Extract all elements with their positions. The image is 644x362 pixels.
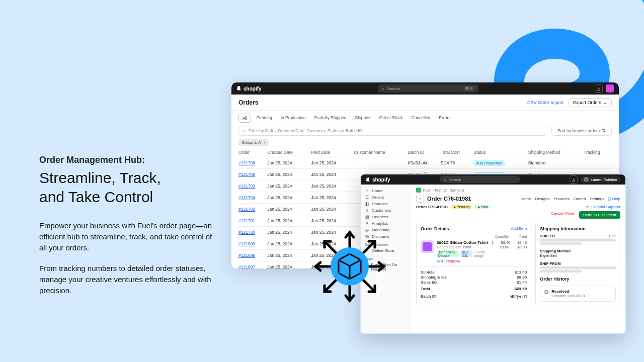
shipping-card: Shipping Information SHIP TOEdit Shippin… [535, 222, 620, 306]
order-link[interactable]: #121701 [238, 218, 255, 223]
finances-icon: ▤ [365, 215, 369, 219]
order-link[interactable]: #121705 [238, 172, 255, 177]
app-crumb: Fuel – Print On Demand [416, 188, 620, 193]
order-link[interactable]: #121704 [238, 195, 255, 200]
global-search[interactable]: ⌕ Search [440, 176, 520, 183]
edit-item-link[interactable]: Edit [437, 259, 443, 263]
kbd-shortcut: ⌘ K [463, 86, 474, 90]
hero-paragraph-2: From tracking numbers to detailed order … [39, 263, 215, 296]
search-icon: ⌕ [382, 86, 384, 91]
redacted-line [540, 239, 616, 241]
history-heading: Order History [540, 277, 616, 282]
status-badge-pending: ● Pending [451, 205, 472, 209]
edit-shipping-link[interactable]: Edit [609, 234, 616, 238]
page-title: Orders [238, 99, 258, 106]
send-to-fulfillment-button[interactable]: Send to Fulfillment [579, 211, 620, 219]
product-thumbnail [421, 240, 434, 253]
sidebar-item-customers[interactable]: ☺Customers [361, 207, 411, 214]
col-customer-name: Customer Name [354, 148, 408, 157]
notifications-icon[interactable]: △ [595, 84, 603, 93]
order-details-card: Order Details Add Item Quantity Total 30… [416, 222, 531, 306]
nav-settings[interactable]: Settings [590, 197, 604, 201]
tab-cancelled[interactable]: Cancelled [408, 114, 434, 123]
sidebar-item-products[interactable]: ◧Products [361, 201, 411, 207]
svg-point-15 [338, 272, 340, 274]
col-total: Total [519, 234, 527, 239]
svg-point-11 [349, 253, 351, 255]
svg-point-14 [349, 278, 351, 280]
nav-orders[interactable]: Orders [574, 197, 586, 201]
search-icon: ⌕ [243, 128, 246, 133]
col-total-cost: Total Cost [441, 148, 473, 157]
shipping-method-label: Shipping Method [540, 249, 616, 253]
extra-design-label: + extra design [474, 250, 489, 257]
order-link[interactable]: #121698 [238, 253, 255, 258]
order-link[interactable]: #121700 [238, 230, 255, 235]
filter-chip-status[interactable]: Status is All × [238, 139, 269, 146]
nav--help[interactable]: ⍰ Help [608, 197, 620, 201]
nav-home[interactable]: Home [520, 197, 531, 201]
shopify-logo: shopify [366, 177, 390, 183]
col-order: Order [238, 148, 267, 157]
table-row[interactable]: #121708Jan 25, 2024Jan 25, 20240Sa5J-uki… [238, 157, 612, 169]
tab-partially-shipped[interactable]: Partially Shipped [311, 114, 350, 123]
tag-variant: Blue XXL [460, 250, 472, 257]
order-link[interactable]: #121702 [238, 207, 255, 212]
analytics-icon: ≡ [365, 221, 369, 226]
col-status: Status [473, 148, 528, 157]
order-detail-window: shopify ⌕ Search △ Lauren Esterlee ⌂Home… [360, 173, 626, 334]
home-icon: ⌂ [365, 189, 369, 193]
tab-in-production[interactable]: In Production [277, 114, 309, 123]
col-quantity: Quantity [495, 234, 509, 239]
hub-graphic [309, 226, 390, 307]
contact-support-link[interactable]: ▭ Contact Support [586, 205, 620, 209]
user-menu[interactable]: Lauren Esterlee [581, 176, 620, 183]
redacted-line [540, 266, 616, 269]
customers-icon: ☺ [365, 208, 369, 213]
orders-sort-select[interactable]: Sort by Newest orders ⇅ [551, 126, 612, 136]
batch-value: hEYjvrc7I [510, 294, 527, 299]
cancel-order-button[interactable]: Cancel Order [551, 211, 575, 219]
chevron-down-icon: ⌄ [603, 100, 607, 105]
tab-all[interactable]: All [238, 114, 251, 123]
history-event: Received [551, 289, 585, 294]
orders-filter-input[interactable]: ⌕ Filter by Order, Creation Date, Custom… [238, 126, 547, 136]
tab-errors[interactable]: Errors [435, 114, 454, 123]
history-card: Received October 12th 2023 [540, 286, 616, 302]
sidebar-item-finances[interactable]: ▤Finances [361, 214, 411, 220]
add-item-link[interactable]: Add Item [511, 226, 527, 231]
order-link[interactable]: #121699 [238, 241, 255, 246]
chat-icon: ▭ [586, 205, 590, 209]
order-link[interactable]: #121703 [238, 184, 255, 189]
sidebar-item-orders[interactable]: ☰Orders [361, 194, 411, 201]
csv-import-link[interactable]: CSV Order Import [527, 100, 564, 105]
status-badge: ● In Production [473, 160, 505, 166]
notifications-icon[interactable]: △ [570, 175, 578, 184]
detail-topbar: shopify ⌕ Search △ Lauren Esterlee [361, 174, 625, 185]
global-search[interactable]: ⌕ Search ⌘ K [378, 84, 478, 93]
col-shipping-method: Shipping Method [528, 148, 584, 157]
shopify-logo: shopify [236, 86, 262, 92]
orders-tabs: AllPendingIn ProductionPartially Shipped… [231, 111, 619, 123]
col-paid-date: Paid Date [311, 148, 354, 157]
tab-pending[interactable]: Pending [253, 114, 275, 123]
order-link[interactable]: #121708 [238, 160, 255, 165]
tab-shipped[interactable]: Shipped [352, 114, 374, 123]
export-orders-button[interactable]: Export Orders ⌄ [569, 98, 612, 107]
order-link[interactable]: #121697 [238, 264, 255, 268]
batch-label: Batch ID [421, 294, 436, 299]
svg-point-12 [360, 259, 362, 261]
sort-icon: ⇅ [602, 128, 606, 133]
timeline-dot-icon [544, 290, 548, 294]
sidebar-item-home[interactable]: ⌂Home [361, 188, 411, 194]
nav-designs[interactable]: Designs [535, 197, 549, 201]
hero-paragraph-1: Empower your business with Fuel's order … [39, 220, 215, 253]
orders-page-header: Orders CSV Order Import Export Orders ⌄ [231, 95, 619, 111]
nav-products[interactable]: Products [553, 197, 570, 201]
redacted-line [540, 242, 582, 245]
svg-point-13 [360, 272, 362, 274]
tab-out-of-stock[interactable]: Out of Stock [376, 114, 407, 123]
avatar[interactable] [606, 84, 614, 93]
back-button[interactable]: ← [416, 195, 424, 203]
remove-item-link[interactable]: Remove [446, 259, 460, 263]
